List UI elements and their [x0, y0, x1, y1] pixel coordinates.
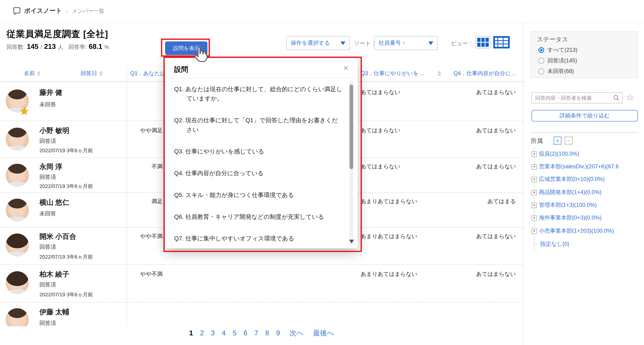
answers-label: 回答数: [6, 43, 25, 51]
favorite-search-star-icon[interactable] [626, 93, 635, 103]
column-header-q1[interactable]: Q1．あなたは現在 [130, 70, 165, 77]
slash: / [40, 44, 42, 50]
page-link[interactable]: 4 [222, 329, 226, 338]
answer-q3: あてはまらない [361, 163, 400, 170]
answer-q3: あてはまらない [361, 89, 400, 96]
expander-icon[interactable]: + [532, 215, 537, 221]
page-link[interactable]: 2 [200, 329, 204, 338]
total-count: 213 [44, 43, 56, 51]
page: ボイスノート › メンバー一覧 従業員満足度調査 [全社] 回答数: 145 /… [0, 0, 644, 345]
answer-date: 2022/07/19 3年6ヵ月前 [39, 147, 93, 154]
radio-icon[interactable] [538, 47, 544, 53]
table-row[interactable]: 伊藤 太輔 回答済 [0, 303, 523, 326]
member-name[interactable]: 柏木 綾子 [39, 270, 69, 279]
tree-item[interactable]: + 海外事業本部(0+3)(0.0%) [530, 213, 638, 222]
page-title: 従業員満足度調査 [全社] [6, 28, 108, 40]
avatar[interactable] [6, 234, 29, 257]
answer-q3: あまりあてはまらない [361, 198, 418, 205]
sort-arrows-icon[interactable] [99, 71, 102, 76]
status-option-all[interactable]: すべて(213) [538, 46, 578, 54]
column-header-q4[interactable]: Q4．仕事内容が自分に… [454, 70, 522, 77]
radio-icon[interactable] [538, 58, 544, 64]
member-name[interactable]: 藤井 健 [39, 88, 62, 97]
page-next[interactable]: 次へ [289, 328, 304, 338]
expand-all-button[interactable]: ＋ [554, 137, 562, 144]
page-link[interactable]: 3 [211, 329, 215, 338]
rate-label: 回答率: [68, 43, 87, 51]
action-select[interactable]: 操作を選択する [286, 36, 350, 50]
avatar[interactable] [6, 199, 29, 222]
tree-item[interactable]: + 広域営業本部(0+10)(0.0%) [530, 175, 638, 184]
grid-view-icon[interactable] [476, 36, 490, 48]
sort-select-value: 社員番号 ↑ [379, 39, 405, 47]
search-icon[interactable] [613, 94, 620, 103]
page-link[interactable]: 5 [232, 329, 236, 338]
status-title: ステータス [537, 36, 568, 43]
page-link[interactable]: 8 [265, 329, 269, 338]
member-name[interactable]: 開米 小百合 [39, 232, 76, 241]
expander-icon[interactable]: + [532, 164, 537, 169]
breadcrumb-page[interactable]: メンバー一覧 [72, 7, 104, 15]
sort-arrows-icon[interactable] [37, 71, 40, 76]
avatar[interactable] [6, 128, 29, 151]
tree-item[interactable]: + 役員(2)(100.0%) [530, 149, 638, 158]
member-name[interactable]: 永岡 淳 [39, 162, 62, 172]
member-name[interactable]: 横山 悠仁 [39, 198, 69, 207]
sort-select[interactable]: 社員番号 ↑ [374, 36, 438, 50]
chevron-down-icon [340, 41, 346, 45]
member-status: 回答済 [39, 137, 56, 145]
member-status: 未回答 [39, 101, 56, 108]
survey-stats: 回答数: 145 / 213 人 回答率: 68.1 % [6, 43, 109, 51]
column-header-date[interactable]: 回答日 [80, 70, 102, 77]
column-header-name[interactable]: 名前 [24, 70, 40, 77]
sort-arrows-icon[interactable] [438, 71, 441, 76]
percent-unit: % [104, 44, 109, 50]
radio-icon[interactable] [538, 69, 544, 74]
page-link[interactable]: 7 [254, 329, 258, 338]
page-last[interactable]: 最後へ [313, 328, 334, 338]
tree-item[interactable]: + 商品開発本部(1+4)(0.0%) [530, 188, 638, 197]
page-current[interactable]: 1 [189, 329, 193, 338]
avatar[interactable] [6, 271, 29, 294]
search-input[interactable] [532, 92, 623, 103]
tree-item[interactable]: 指定なし(0) [530, 240, 638, 249]
app-name[interactable]: ボイスノート [24, 7, 62, 15]
answer-q1: やや不満 [80, 270, 162, 278]
answer-q3: あてはまらない [361, 127, 400, 134]
collapse-all-button[interactable]: − [565, 137, 572, 144]
department-title: 所属 [531, 137, 543, 145]
expander-icon[interactable]: + [532, 228, 537, 234]
tree-item[interactable]: + 営業本部(salesDiv.)(207+6)(67.6 [530, 162, 638, 171]
answer-q3: あまりあてはまらない [361, 270, 418, 278]
action-select-value: 操作を選択する [291, 39, 330, 47]
avatar[interactable] [6, 308, 29, 326]
status-option-answered[interactable]: 回答済(145) [538, 57, 577, 64]
member-name[interactable]: 小野 敏明 [39, 126, 69, 135]
table-row[interactable]: 柏木 綾子 回答済 2022/07/19 3年6ヵ月前 やや不満 あまりあてはま… [0, 265, 523, 303]
answer-q4: あてはまる [411, 198, 516, 205]
expander-icon[interactable]: + [532, 151, 537, 156]
member-status: 未回答 [39, 210, 56, 218]
answer-q4: あてはまらない [411, 89, 516, 96]
answered-count: 145 [27, 43, 38, 51]
tree-item[interactable]: + 管理本部(1+3)(100.0%) [530, 201, 638, 210]
expander-icon[interactable]: + [532, 203, 537, 208]
sort-label: ソート： [354, 40, 376, 47]
page-link[interactable]: 6 [244, 329, 248, 338]
favorite-star-icon [20, 107, 29, 117]
status-option-unanswered[interactable]: 未回答(68) [538, 68, 574, 75]
people-unit: 人 [58, 43, 63, 51]
member-name[interactable]: 伊藤 太輔 [39, 308, 69, 317]
status-panel: ステータス すべて(213) 回答済(145) 未回答(68) [531, 31, 638, 78]
rate-value: 68.1 [89, 43, 102, 51]
advanced-filter-button[interactable]: 詳細条件で絞り込む [532, 110, 638, 121]
answer-q4: あてはまらない [411, 163, 516, 170]
expander-icon[interactable]: + [532, 177, 537, 182]
column-header-q3[interactable]: Q3．仕事にやりがいを… [361, 70, 441, 77]
page-link[interactable]: 9 [276, 329, 280, 338]
answer-q4: あてはまらない [411, 127, 516, 134]
avatar[interactable] [6, 164, 29, 187]
tree-item[interactable]: + 小売事業本部(1+203)(100.0%) [530, 227, 638, 236]
expander-icon[interactable]: + [532, 190, 537, 195]
list-view-icon[interactable] [493, 36, 510, 48]
